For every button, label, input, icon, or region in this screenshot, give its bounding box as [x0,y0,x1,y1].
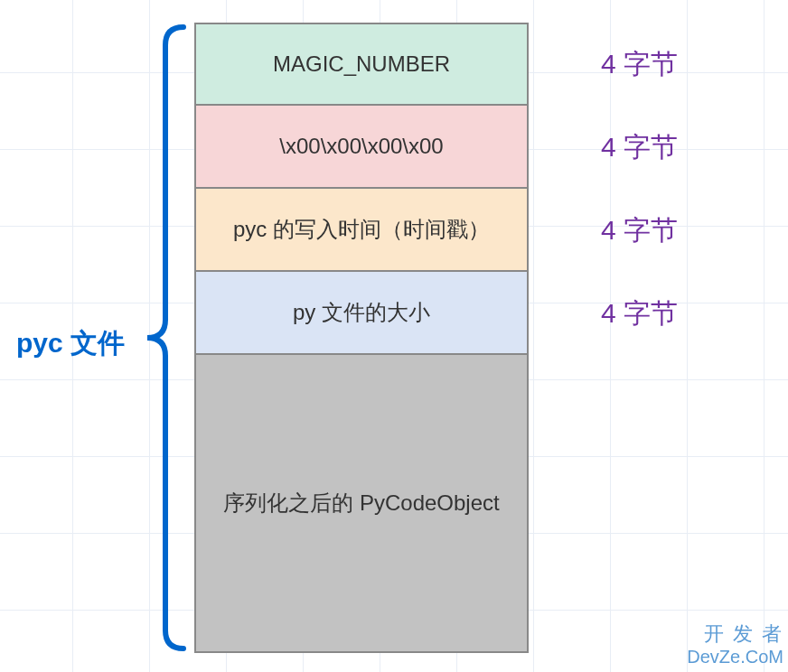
size-label-2: 4 字节 [560,106,678,189]
row-text: \x00\x00\x00\x00 [279,134,443,159]
watermark-line2: DevZe.CoM [687,646,783,667]
file-type-label: pyc 文件 [16,325,125,362]
row-filesize: py 文件的大小 [194,272,529,355]
watermark: 开 发 者 DevZe.CoM [687,622,783,667]
row-pycodeobject: 序列化之后的 PyCodeObject [194,355,529,653]
size-label-4: 4 字节 [560,272,678,355]
row-text: pyc 的写入时间（时间戳） [233,215,490,244]
diagram-container: pyc 文件 MAGIC_NUMBER \x00\x00\x00\x00 pyc… [0,23,788,655]
row-magic-number: MAGIC_NUMBER [194,23,529,106]
row-text: MAGIC_NUMBER [273,51,450,77]
row-text: py 文件的大小 [293,298,430,327]
watermark-line1: 开 发 者 [687,622,783,646]
size-labels-column: 4 字节 4 字节 4 字节 4 字节 [560,23,678,355]
bracket-icon [134,23,188,653]
row-timestamp: pyc 的写入时间（时间戳） [194,189,529,272]
pyc-structure-diagram: MAGIC_NUMBER \x00\x00\x00\x00 pyc 的写入时间（… [194,23,529,653]
size-label-1: 4 字节 [560,23,678,106]
size-label-3: 4 字节 [560,189,678,272]
row-null-bytes: \x00\x00\x00\x00 [194,106,529,189]
row-text: 序列化之后的 PyCodeObject [223,489,499,518]
